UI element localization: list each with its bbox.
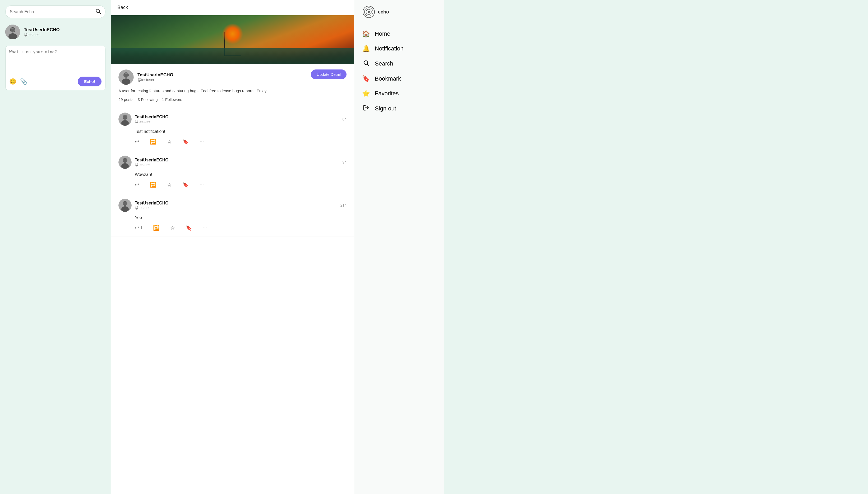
post-user: TestUserInECHO @testuser xyxy=(118,113,169,126)
svg-point-20 xyxy=(121,206,129,212)
reply-count: 1 xyxy=(140,226,143,230)
echo-submit-button[interactable]: Echo! xyxy=(78,77,101,87)
favorite-button[interactable]: ☆ xyxy=(167,182,172,188)
user-profile: TestUserInECHO @testuser xyxy=(5,22,106,41)
post-header: TestUserInECHO @testuser 6h xyxy=(118,113,347,126)
sidebar-item-notification[interactable]: 🔔 Notification xyxy=(362,41,436,56)
reply-button[interactable]: ↩ xyxy=(135,182,139,188)
post-username: TestUserInECHO xyxy=(135,158,169,163)
profile-header: TestUserInECHO @testuser Update Detail xyxy=(118,70,347,85)
search-input[interactable] xyxy=(10,10,93,14)
logo-area: echo xyxy=(362,5,436,19)
more-button[interactable]: ··· xyxy=(200,182,204,188)
back-button[interactable]: Back xyxy=(111,0,354,15)
post-content: Wowzah! xyxy=(118,171,347,178)
profile-display-name: TestUserInECHO xyxy=(137,72,173,78)
following-count: 3 Following xyxy=(138,97,158,102)
post-time: 6h xyxy=(342,117,347,121)
favorite-button[interactable]: ☆ xyxy=(170,225,175,231)
echo-logo-icon xyxy=(362,5,375,19)
attach-button[interactable]: 📎 xyxy=(20,78,27,85)
post-user-info: TestUserInECHO @testuser xyxy=(135,115,169,124)
display-name: TestUserInECHO xyxy=(24,27,60,33)
compose-icons: 😊 📎 xyxy=(9,78,27,85)
post-handle: @testuser xyxy=(135,206,169,210)
reecho-button[interactable]: 🔁 xyxy=(150,138,156,145)
user-info: TestUserInECHO @testuser xyxy=(24,27,60,37)
sidebar-item-bookmark[interactable]: 🔖 Bookmark xyxy=(362,71,436,86)
post-actions: ↩ 🔁 ☆ 🔖 ··· xyxy=(118,182,347,188)
search-button[interactable] xyxy=(95,8,101,15)
profile-bio: A user for testing features and capturin… xyxy=(118,88,347,94)
profile-user: TestUserInECHO @testuser xyxy=(118,70,173,85)
reecho-button[interactable]: 🔁 xyxy=(150,182,156,188)
compose-actions: 😊 📎 Echo! xyxy=(9,77,101,87)
post-content: Test notification! xyxy=(118,128,347,135)
table-row: TestUserInECHO @testuser 9h Wowzah! ↩ 🔁 … xyxy=(111,150,354,193)
avatar xyxy=(5,24,20,39)
bookmark-button[interactable]: 🔖 xyxy=(182,138,189,145)
avatar xyxy=(118,156,132,169)
post-user: TestUserInECHO @testuser xyxy=(118,156,169,169)
more-button[interactable]: ··· xyxy=(200,138,204,145)
nav-label-signout: Sign out xyxy=(375,105,396,112)
profile-section: TestUserInECHO @testuser Update Detail A… xyxy=(111,64,354,107)
post-actions: ↩ 🔁 ☆ 🔖 ··· xyxy=(118,138,347,145)
reecho-button[interactable]: 🔁 xyxy=(153,225,160,231)
notification-icon: 🔔 xyxy=(362,45,370,52)
table-row: TestUserInECHO @testuser 21h Yep ↩ 1 🔁 ☆… xyxy=(111,193,354,236)
posts-count: 29 posts xyxy=(118,97,133,102)
banner-image xyxy=(111,15,354,64)
sidebar-item-home[interactable]: 🏠 Home xyxy=(362,26,436,41)
post-user: TestUserInECHO @testuser xyxy=(118,199,169,212)
svg-point-8 xyxy=(122,78,130,85)
favorite-button[interactable]: ☆ xyxy=(167,138,172,145)
update-detail-button[interactable]: Update Detail xyxy=(311,70,347,79)
bookmark-button[interactable]: 🔖 xyxy=(182,182,189,188)
avatar xyxy=(118,113,132,126)
post-actions: ↩ 1 🔁 ☆ 🔖 ··· xyxy=(118,225,347,231)
post-time: 9h xyxy=(342,160,347,164)
home-icon: 🏠 xyxy=(362,30,370,38)
middle-panel: Back TestUserInECHO @testuser xyxy=(111,0,354,494)
reply-button[interactable]: ↩ 1 xyxy=(135,225,143,231)
logo-label: echo xyxy=(378,9,389,15)
favorites-icon: ⭐ xyxy=(362,90,370,97)
nav-label-favorites: Favorites xyxy=(375,90,399,97)
signout-icon xyxy=(362,104,370,113)
left-panel: TestUserInECHO @testuser 😊 📎 Echo! xyxy=(0,0,111,494)
sidebar-item-favorites[interactable]: ⭐ Favorites xyxy=(362,86,436,101)
user-handle: @testuser xyxy=(24,33,60,37)
svg-point-25 xyxy=(368,11,370,13)
post-content: Yep xyxy=(118,214,347,221)
sidebar-item-signout[interactable]: Sign out xyxy=(362,101,436,116)
post-header: TestUserInECHO @testuser 21h xyxy=(118,199,347,212)
main-nav: 🏠 Home 🔔 Notification Search 🔖 Bookmark … xyxy=(362,26,436,116)
bookmark-nav-icon: 🔖 xyxy=(362,75,370,82)
table-row: TestUserInECHO @testuser 6h Test notific… xyxy=(111,107,354,150)
svg-line-27 xyxy=(367,64,369,66)
post-username: TestUserInECHO xyxy=(135,115,169,119)
nav-label-home: Home xyxy=(375,31,390,37)
bookmark-button[interactable]: 🔖 xyxy=(186,225,192,231)
avatar xyxy=(118,199,132,212)
post-user-info: TestUserInECHO @testuser xyxy=(135,158,169,167)
svg-point-4 xyxy=(8,33,17,39)
emoji-button[interactable]: 😊 xyxy=(9,78,16,85)
svg-line-1 xyxy=(99,12,100,14)
profile-user-info: TestUserInECHO @testuser xyxy=(137,72,173,82)
post-username: TestUserInECHO xyxy=(135,201,169,206)
compose-textarea[interactable] xyxy=(9,50,101,73)
more-button[interactable]: ··· xyxy=(203,225,207,231)
sidebar-item-search[interactable]: Search xyxy=(362,56,436,71)
right-panel: echo 🏠 Home 🔔 Notification Search 🔖 Book… xyxy=(354,0,444,494)
profile-avatar xyxy=(118,70,134,85)
nav-label-bookmark: Bookmark xyxy=(375,75,401,82)
reply-button[interactable]: ↩ xyxy=(135,138,139,145)
search-nav-icon xyxy=(362,60,370,68)
compose-box: 😊 📎 Echo! xyxy=(5,46,106,90)
nav-label-search: Search xyxy=(375,60,393,67)
profile-handle: @testuser xyxy=(137,78,173,82)
followers-count: 1 Followers xyxy=(162,97,182,102)
svg-point-12 xyxy=(121,120,129,126)
